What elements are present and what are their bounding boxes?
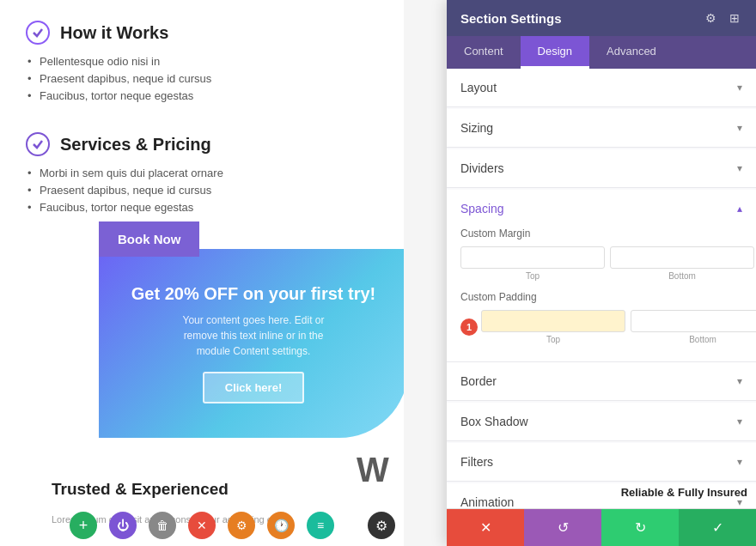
toolbar-power-button[interactable]: ⏻ (109, 512, 137, 539)
check-icon-2 (26, 132, 50, 156)
section-settings-panel: Section Settings ⚙ ⊞ Content Design Adva… (447, 0, 756, 546)
accordion-border-header[interactable]: Border ▾ (447, 362, 756, 400)
chevron-down-icon: ▾ (737, 375, 742, 387)
reset-button[interactable]: ↺ (524, 509, 601, 546)
promo-title: Get 20% OFF on your first try! (131, 284, 375, 304)
tab-content[interactable]: Content (447, 36, 521, 69)
section1-title: How it Works (60, 23, 168, 43)
settings-icon[interactable]: ⚙ (703, 10, 718, 26)
chevron-up-icon: ▴ (737, 203, 742, 215)
padding-bottom-cell: Bottom (631, 310, 756, 344)
custom-padding-label: Custom Padding (460, 291, 742, 303)
toolbar-trash-button[interactable]: 🗑 (149, 512, 176, 539)
margin-bottom-input[interactable] (610, 246, 754, 269)
accordion-layout-header[interactable]: Layout ▾ (447, 69, 756, 106)
toolbar-settings-button[interactable]: ⚙ (228, 512, 255, 539)
redo-button[interactable]: ↻ (601, 509, 679, 546)
accordion-dividers-label: Dividers (460, 161, 504, 175)
save-button[interactable]: ✓ (679, 509, 756, 546)
margin-top-input[interactable] (460, 246, 605, 269)
accordion-layout: Layout ▾ (447, 69, 756, 107)
accordion-sizing: Sizing ▾ (447, 109, 756, 148)
panel-title: Section Settings (460, 11, 562, 26)
toolbar-clock-button[interactable]: 🕐 (267, 512, 295, 539)
reliable-label: Reliable & Fully Insured (621, 486, 747, 499)
bottom-toolbar: + ⏻ 🗑 ✕ ⚙ 🕐 ≡ (0, 505, 404, 546)
section2-bullets: Morbi in sem quis dui placerat ornare Pr… (26, 167, 378, 214)
accordion-dividers-header[interactable]: Dividers ▾ (447, 149, 756, 187)
chevron-down-icon: ▾ (737, 122, 742, 134)
cancel-button[interactable]: ✕ (447, 509, 524, 546)
check-icon-1 (26, 21, 50, 45)
accordion-box-shadow-header[interactable]: Box Shadow ▾ (447, 403, 756, 440)
accordion-filters-header[interactable]: Filters ▾ (447, 443, 756, 481)
bullet-item: Praesent dapibus, neque id cursus (40, 72, 378, 85)
margin-bottom-cell: Bottom (610, 246, 754, 281)
margin-bottom-label: Bottom (610, 271, 754, 281)
tab-design[interactable]: Design (521, 36, 589, 69)
padding-bottom-input[interactable] (631, 310, 756, 332)
padding-badge: 1 (460, 318, 478, 336)
big-w-letter: W (357, 451, 389, 489)
promo-card: Get 20% OFF on your first try! Your cont… (99, 249, 404, 438)
accordion-sizing-label: Sizing (460, 121, 493, 135)
accordion-layout-label: Layout (460, 81, 497, 94)
services-pricing-section: Services & Pricing Morbi in sem quis dui… (0, 124, 404, 235)
margin-top-cell: Top (460, 246, 605, 281)
custom-margin-label: Custom Margin (460, 228, 742, 240)
accordion-border-label: Border (460, 374, 497, 388)
accordion-box-shadow-label: Box Shadow (460, 415, 528, 428)
trusted-label: Trusted & Experienced (52, 480, 229, 499)
panel-header-icons: ⚙ ⊞ (703, 10, 742, 26)
bullet-item: Pellentesque odio nisi in (40, 55, 378, 68)
promo-cta-button[interactable]: Click here! (203, 372, 304, 403)
accordion-sizing-header[interactable]: Sizing ▾ (447, 109, 756, 147)
padding-top-cell: 0px Top (481, 310, 625, 344)
toolbar-close-button[interactable]: ✕ (188, 512, 216, 539)
book-now-button[interactable]: Book Now (99, 221, 199, 257)
panel-tabs: Content Design Advanced (447, 36, 756, 69)
chevron-down-icon: ▾ (737, 82, 742, 94)
left-content-area: How it Works Pellentesque odio nisi in P… (0, 0, 404, 546)
chevron-down-icon: ▾ (737, 416, 742, 428)
padding-bottom-label: Bottom (631, 335, 756, 344)
expand-icon[interactable]: ⊞ (727, 10, 742, 26)
accordion-filters-label: Filters (460, 455, 493, 469)
padding-top-input[interactable]: 0px (481, 310, 625, 332)
section2-title: Services & Pricing (60, 135, 211, 155)
bullet-item: Morbi in sem quis dui placerat ornare (40, 167, 378, 179)
panel-header: Section Settings ⚙ ⊞ (447, 0, 756, 36)
tab-advanced[interactable]: Advanced (589, 36, 674, 69)
bullet-item: Faucibus, tortor neque egestas (40, 201, 378, 214)
section1-bullets: Pellentesque odio nisi in Praesent dapib… (26, 55, 378, 102)
chevron-down-icon: ▾ (737, 456, 742, 468)
main-settings-button[interactable]: ⚙ (368, 512, 395, 539)
promo-subtitle: Your content goes here. Edit or remove t… (168, 312, 339, 359)
accordion-spacing-label: Spacing (460, 202, 504, 215)
accordion-spacing: Spacing ▴ Custom Margin Top Bottom 🔗 (447, 190, 756, 362)
margin-input-row: Top Bottom 🔗 Left Right 📱 (460, 246, 742, 281)
toolbar-add-button[interactable]: + (70, 512, 97, 539)
padding-top-label: Top (481, 335, 625, 344)
panel-body: Layout ▾ Sizing ▾ Dividers ▾ Spacing ▴ (447, 69, 756, 508)
accordion-box-shadow: Box Shadow ▾ (447, 403, 756, 441)
padding-input-row: 1 0px Top Bottom ↺ Left (460, 310, 742, 344)
accordion-dividers: Dividers ▾ (447, 149, 756, 188)
panel-footer: ✕ ↺ ↻ ✓ (447, 508, 756, 546)
bullet-item: Praesent dapibus, neque id cursus (40, 184, 378, 197)
bullet-item: Faucibus, tortor neque egestas (40, 89, 378, 102)
accordion-border: Border ▾ (447, 362, 756, 401)
accordion-animation-label: Animation (460, 495, 514, 508)
margin-top-label: Top (460, 271, 605, 281)
how-it-works-section: How it Works Pellentesque odio nisi in P… (0, 0, 404, 124)
toolbar-bars-button[interactable]: ≡ (307, 512, 334, 539)
accordion-filters: Filters ▾ (447, 443, 756, 482)
accordion-spacing-header[interactable]: Spacing ▴ (447, 190, 756, 228)
spacing-body: Custom Margin Top Bottom 🔗 Left (447, 228, 756, 361)
chevron-down-icon: ▾ (737, 162, 742, 174)
